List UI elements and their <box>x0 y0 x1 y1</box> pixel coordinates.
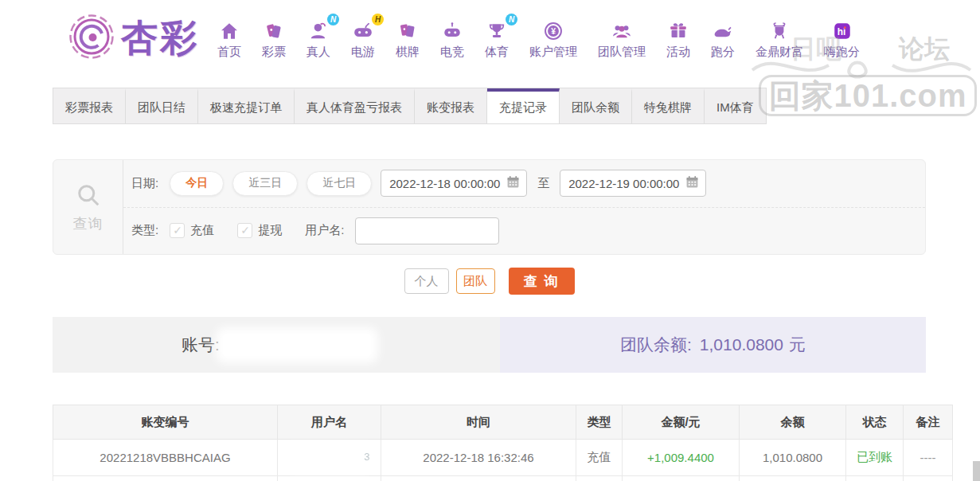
team-balance-section: 团队余额: 1,010.0800 元 <box>500 317 926 373</box>
nav-item-paofen[interactable]: 跑分 <box>701 18 745 60</box>
nav-item-lottery[interactable]: 彩票 <box>252 18 296 60</box>
new-badge: N <box>506 14 517 25</box>
nav-item-hi-paofen[interactable]: hi 嗨跑分 <box>814 18 870 60</box>
tab-deposit-withdraw-records[interactable]: 充提记录 <box>487 88 560 123</box>
nav-item-live-casino[interactable]: N 真人 <box>296 18 341 60</box>
tab-tetu-boardgames[interactable]: 特兔棋牌 <box>632 88 705 123</box>
date-to-value: 2022-12-19 00:00:00 <box>568 177 679 190</box>
username-input[interactable] <box>355 217 499 244</box>
nav-item-account-management[interactable]: ¥ 账户管理 <box>519 18 588 60</box>
type-filter-row: 类型: 充值 提现 用户名: <box>123 207 925 255</box>
nav-item-team-management[interactable]: 团队管理 <box>588 18 656 60</box>
deposit-checkbox[interactable] <box>170 223 185 238</box>
account-label: 账号: <box>182 334 220 356</box>
trophy-icon: N <box>486 18 507 41</box>
team-balance-value: 1,010.0800 <box>700 335 783 354</box>
preset-last7days-button[interactable]: 近七日 <box>306 171 372 196</box>
table-row: 20221218VBBBHCAIAG 3 2022-12-18 16:32:46… <box>53 440 953 476</box>
cell-remark: ---- <box>904 440 953 476</box>
personal-button[interactable]: 个人 <box>404 268 449 294</box>
filter-panel-header: 查询 <box>53 160 123 254</box>
scrollbar-thumb[interactable] <box>973 461 980 481</box>
tab-express-orders[interactable]: 极速充提订单 <box>198 88 295 123</box>
cell-change-id: 20221218VBBBHCAIAG <box>53 440 278 476</box>
nav-item-activities[interactable]: 活动 <box>656 18 701 60</box>
team-balance-label: 团队余额: <box>620 334 692 356</box>
account-bar: 账号: 团队余额: 1,010.0800 元 <box>53 317 926 373</box>
header-status: 状态 <box>846 405 904 440</box>
nav-item-egames[interactable]: H 电游 <box>341 18 385 60</box>
tab-live-sports-pnl[interactable]: 真人体育盈亏报表 <box>295 88 415 123</box>
team-balance-unit: 元 <box>789 334 806 356</box>
person-icon: N <box>308 18 329 41</box>
tab-team-balance[interactable]: 团队余额 <box>560 88 632 123</box>
date-label: 日期: <box>131 176 158 191</box>
header-change-id: 账变编号 <box>53 405 278 440</box>
table-row-partial <box>53 476 953 481</box>
home-icon <box>219 18 240 41</box>
header-username: 用户名 <box>278 405 381 440</box>
new-badge: N <box>327 14 339 25</box>
calendar-icon <box>506 175 520 191</box>
gift-icon <box>668 18 689 41</box>
header-type: 类型 <box>576 405 623 440</box>
tab-account-change-report[interactable]: 账变报表 <box>415 88 487 123</box>
nav-item-jinding-wealth[interactable]: 金鼎财富 <box>745 18 814 60</box>
ticket-icon <box>264 18 284 41</box>
header-time: 时间 <box>381 405 576 440</box>
search-icon <box>74 181 103 213</box>
nav-item-sports[interactable]: N 体育 <box>474 18 519 60</box>
team-button[interactable]: 团队 <box>456 268 495 294</box>
cell-balance: 1,010.0800 <box>740 440 846 476</box>
cell-status: 已到账 <box>846 440 904 476</box>
username-partial-char: 3 <box>364 451 369 463</box>
tab-lottery-report[interactable]: 彩票报表 <box>53 88 126 123</box>
header-remark: 备注 <box>904 405 953 440</box>
filter-body: 日期: 今日 近三日 近七日 2022-12-18 00:00:00 <box>123 160 925 254</box>
header-balance: 余额 <box>740 405 846 440</box>
range-separator: 至 <box>537 176 549 191</box>
team-people-icon <box>611 18 632 41</box>
svg-text:¥: ¥ <box>551 26 556 35</box>
table-header-row: 账变编号 用户名 时间 类型 金额/元 余额 状态 备注 <box>53 405 953 440</box>
report-tabbar: 彩票报表 团队日结 极速充提订单 真人体育盈亏报表 账变报表 充提记录 团队余额… <box>53 88 767 124</box>
filter-panel: 查询 日期: 今日 近三日 近七日 2022-12-18 00:00:00 <box>53 159 926 255</box>
throne-icon <box>769 18 790 41</box>
site-logo[interactable]: 杏彩 <box>68 14 199 63</box>
redacted-username: 3 <box>292 450 367 466</box>
cell-amount: +1,009.4400 <box>623 440 740 476</box>
main-nav: 首页 彩票 <box>207 18 870 60</box>
withdraw-checkbox-label: 提现 <box>258 223 282 238</box>
nav-item-home[interactable]: 首页 <box>207 18 252 60</box>
filter-panel-label: 查询 <box>73 214 103 233</box>
withdraw-checkbox[interactable] <box>237 223 252 238</box>
yuan-coin-icon: ¥ <box>543 18 564 41</box>
actions-row: 个人 团队 查 询 <box>53 268 926 295</box>
date-to-input[interactable]: 2022-12-19 00:00:00 <box>560 170 706 197</box>
hi-app-icon: hi <box>832 18 853 41</box>
calendar-icon <box>685 175 699 191</box>
tab-team-daily[interactable]: 团队日结 <box>126 88 198 123</box>
nav-item-esports[interactable]: 电竞 <box>430 18 474 60</box>
esports-gamepad-icon <box>442 18 463 41</box>
query-button[interactable]: 查 询 <box>509 268 575 295</box>
preset-last3days-button[interactable]: 近三日 <box>232 171 298 196</box>
preset-today-button[interactable]: 今日 <box>170 171 224 196</box>
rhino-icon <box>712 18 734 41</box>
redacted-account-number <box>223 334 371 356</box>
type-label: 类型: <box>131 223 158 238</box>
hot-badge: H <box>372 14 384 25</box>
cell-time: 2022-12-18 16:32:46 <box>381 440 576 476</box>
deposit-checkbox-label: 充值 <box>190 223 214 238</box>
logo-flower-icon <box>68 14 115 63</box>
account-section: 账号: <box>53 317 500 373</box>
cell-username: 3 <box>278 440 381 476</box>
date-from-input[interactable]: 2022-12-18 00:00:00 <box>381 170 527 197</box>
nav-item-board-games[interactable]: 棋牌 <box>385 18 430 60</box>
logo-text: 杏彩 <box>121 14 199 63</box>
page: 杏彩 首页 彩票 <box>0 0 980 481</box>
top-header: 杏彩 首页 彩票 <box>0 0 980 76</box>
tab-im-sports[interactable]: IM体育 <box>705 88 766 123</box>
watermark-domain: 回家101.com <box>759 75 977 116</box>
cards-icon <box>397 18 418 41</box>
